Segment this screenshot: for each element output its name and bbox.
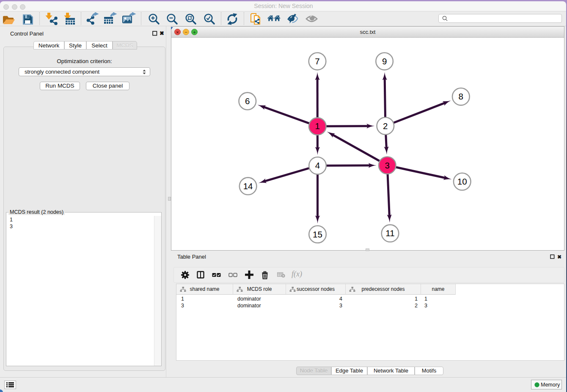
svg-text:3: 3 bbox=[385, 160, 389, 170]
svg-text:4: 4 bbox=[315, 160, 320, 170]
svg-text:2: 2 bbox=[383, 121, 388, 131]
svg-text:7: 7 bbox=[315, 56, 319, 66]
svg-text:1: 1 bbox=[315, 121, 320, 131]
svg-text:10: 10 bbox=[457, 177, 467, 186]
svg-text:11: 11 bbox=[385, 228, 394, 238]
svg-text:9: 9 bbox=[382, 56, 387, 66]
svg-text:14: 14 bbox=[243, 181, 253, 191]
svg-text:6: 6 bbox=[245, 96, 250, 106]
svg-text:8: 8 bbox=[459, 91, 463, 101]
svg-text:15: 15 bbox=[313, 229, 322, 239]
